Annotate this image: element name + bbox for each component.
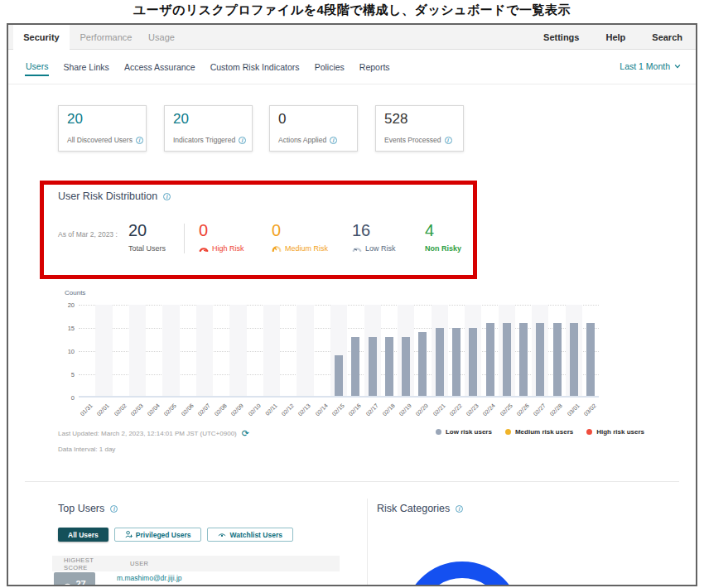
y-tick-label: 10 xyxy=(50,348,75,355)
bar-02/15[interactable] xyxy=(335,355,343,397)
chart-column xyxy=(180,305,196,396)
x-tick-label: 02/27 xyxy=(533,402,547,417)
sub-nav-bar: Users Share Links Access Assurance Custo… xyxy=(8,51,696,84)
watchlist-users-button[interactable]: Watchlist Users xyxy=(207,528,292,542)
bar-03/02[interactable] xyxy=(586,323,595,396)
risk-categories-donut-chart[interactable] xyxy=(403,561,521,586)
legend-dot-high xyxy=(586,429,592,435)
sub-nav-items: Users Share Links Access Assurance Custo… xyxy=(25,51,391,84)
subnav-policies[interactable]: Policies xyxy=(314,59,345,75)
x-tick-label: 02/06 xyxy=(180,402,194,417)
score-value: 27 xyxy=(75,579,85,586)
subnav-reports[interactable]: Reports xyxy=(359,59,391,75)
legend-medium-risk[interactable]: Medium risk users xyxy=(505,428,573,436)
card-actions-applied[interactable]: 0 Actions Appliedi xyxy=(269,105,358,152)
bar-02/20[interactable] xyxy=(418,332,427,396)
bar-02/21[interactable] xyxy=(436,328,444,397)
chart-column xyxy=(347,305,364,396)
x-tick-label: 02/13 xyxy=(297,402,311,417)
bar-02/26[interactable] xyxy=(519,323,528,396)
bar-02/17[interactable] xyxy=(369,337,377,397)
bar-02/28[interactable] xyxy=(553,323,562,396)
bar-02/25[interactable] xyxy=(503,323,511,396)
legend-high-risk[interactable]: High risk users xyxy=(586,428,644,436)
subnav-share-links[interactable]: Share Links xyxy=(62,59,109,75)
info-icon[interactable]: i xyxy=(110,505,118,513)
chart-column xyxy=(297,305,313,396)
chart-column xyxy=(465,305,481,396)
chart-column xyxy=(515,305,532,396)
bar-02/16[interactable] xyxy=(351,337,359,397)
bar-02/24[interactable] xyxy=(486,323,494,396)
tab-usage[interactable]: Usage xyxy=(142,25,181,50)
divider xyxy=(367,499,368,585)
bar-03/01[interactable] xyxy=(570,323,578,396)
x-tick-label: 02/04 xyxy=(147,402,161,417)
card-all-discovered-users[interactable]: 20 All Discovered Usersi xyxy=(58,105,147,152)
bar-02/23[interactable] xyxy=(469,328,477,397)
top-users-filters: All Users Privileged Users Watchlist Use… xyxy=(58,528,293,542)
chart-column xyxy=(280,305,297,396)
all-users-button[interactable]: All Users xyxy=(58,528,108,542)
tab-security-label: Security xyxy=(23,32,59,42)
x-tick-label: 02/05 xyxy=(163,402,177,417)
bar-02/22[interactable] xyxy=(452,328,460,397)
chart-xlabels: 01/3102/0102/0202/0302/0402/0502/0602/07… xyxy=(79,401,599,422)
x-tick-label: 02/15 xyxy=(331,402,345,417)
chart-column xyxy=(582,305,599,396)
bar-02/19[interactable] xyxy=(402,337,410,397)
risk-score-badge: 27 xyxy=(54,572,95,586)
search-link[interactable]: Search xyxy=(652,32,682,42)
tab-security[interactable]: Security xyxy=(13,25,70,50)
chart-column xyxy=(566,305,582,396)
card-value: 20 xyxy=(67,111,137,128)
x-tick-label: 03/01 xyxy=(566,402,580,417)
subnav-access-assurance[interactable]: Access Assurance xyxy=(123,59,196,75)
card-label-row: Indicators Triggeredi xyxy=(173,136,246,144)
gauge-icon xyxy=(63,581,72,587)
chart-column xyxy=(448,305,465,396)
privileged-users-button[interactable]: Privileged Users xyxy=(114,528,202,542)
x-tick-label: 02/21 xyxy=(432,402,446,417)
card-label-row: Actions Appliedi xyxy=(278,136,337,144)
subnav-users[interactable]: Users xyxy=(25,58,49,76)
x-tick-label: 02/08 xyxy=(214,402,228,417)
subnav-custom-risk-indicators[interactable]: Custom Risk Indicators xyxy=(210,59,301,75)
legend-dot-medium xyxy=(505,429,511,435)
top-users-title-row: Top Users i xyxy=(58,503,118,514)
card-events-processed[interactable]: 528 Events Processedi xyxy=(375,105,464,152)
x-tick-label: 02/03 xyxy=(129,402,143,417)
bar-02/18[interactable] xyxy=(385,337,393,397)
card-label: Indicators Triggered xyxy=(173,136,235,144)
x-tick-label: 02/12 xyxy=(281,402,295,417)
chart-column xyxy=(381,305,398,396)
legend-label: Low risk users xyxy=(446,428,492,436)
settings-link[interactable]: Settings xyxy=(543,32,579,42)
info-icon[interactable]: i xyxy=(330,137,337,144)
x-tick-label: 02/22 xyxy=(448,402,462,417)
card-label-row: All Discovered Usersi xyxy=(67,136,143,144)
card-indicators-triggered[interactable]: 20 Indicators Triggeredi xyxy=(164,105,253,152)
info-icon[interactable]: i xyxy=(456,505,463,513)
bar-02/27[interactable] xyxy=(536,323,544,396)
info-icon[interactable]: i xyxy=(136,137,143,144)
info-icon[interactable]: i xyxy=(445,137,452,144)
card-value: 528 xyxy=(384,111,455,128)
x-tick-label: 02/26 xyxy=(515,402,529,417)
tab-performance[interactable]: Performance xyxy=(76,25,136,50)
card-value: 0 xyxy=(278,111,349,128)
x-tick-label: 02/24 xyxy=(482,402,496,417)
column-highest-score: HIGHEST SCORE xyxy=(64,557,117,571)
refresh-icon[interactable]: ⟳ xyxy=(242,429,249,438)
x-tick-label: 02/07 xyxy=(197,402,211,417)
chart-column xyxy=(432,305,448,396)
legend-low-risk[interactable]: Low risk users xyxy=(436,428,492,436)
time-filter-dropdown[interactable]: Last 1 Month xyxy=(620,61,681,71)
x-tick-label: 02/02 xyxy=(113,402,127,417)
info-icon[interactable]: i xyxy=(239,137,246,144)
user-email-link[interactable]: m.mashimo@dr.jiji.jp xyxy=(117,574,182,582)
chart-column xyxy=(364,305,381,396)
chart-column xyxy=(79,305,95,396)
help-link[interactable]: Help xyxy=(605,32,625,42)
x-tick-label: 02/01 xyxy=(96,402,110,417)
